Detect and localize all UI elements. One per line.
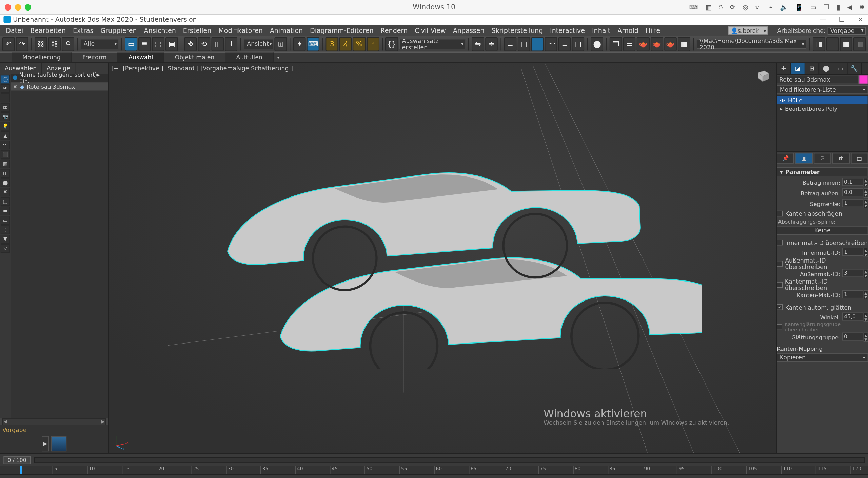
viewport[interactable]: [+] [Perspektive ] [Standard ] [Vorgabem… <box>109 63 776 453</box>
scene-filter-icon-8[interactable]: ⬛ <box>1 150 10 159</box>
material-editor-button[interactable]: ⬤ <box>591 37 604 51</box>
percent-snap-button[interactable]: % <box>353 37 366 51</box>
schematic-button[interactable]: ◫ <box>572 37 585 51</box>
display-icon[interactable]: ▭ <box>810 3 816 11</box>
unlink-button[interactable]: ⛓̸ <box>48 37 61 51</box>
menu-anpassen[interactable]: Anpassen <box>449 27 488 35</box>
menu-arnold[interactable]: Arnold <box>614 27 642 35</box>
angle-spinner[interactable]: ▲▼ <box>863 312 868 322</box>
scale-button[interactable]: ◫ <box>212 37 224 51</box>
target-icon[interactable]: ◎ <box>743 3 748 11</box>
refcoord-dropdown[interactable]: Ansicht <box>244 39 274 49</box>
mirror-button[interactable]: ⇋ <box>472 37 484 51</box>
wifi-icon[interactable]: ᯤ <box>755 3 762 11</box>
outer-amount-spinner[interactable]: ▲▼ <box>863 188 868 198</box>
win-maximize-icon[interactable]: ☐ <box>837 16 846 24</box>
timeline-ruler[interactable]: 5101520253035404550556065707580859095100… <box>0 466 868 474</box>
mac-minimize-icon[interactable] <box>15 4 21 10</box>
render-setup-button[interactable]: 🗔 <box>610 37 622 51</box>
scene-filter-icon-2[interactable]: ⬚ <box>1 93 10 102</box>
align-button[interactable]: ≑ <box>485 37 498 51</box>
outer-matid-checkbox[interactable]: Außenmat.-ID überschreiben <box>777 259 868 268</box>
snap-toggle-button[interactable]: 3 <box>326 37 338 51</box>
menu-skripterstellung[interactable]: Skripterstellung <box>488 27 547 35</box>
track-slot[interactable] <box>51 436 66 451</box>
override-sg-checkbox[interactable]: Kantenglättungsgrupe überschreiben <box>777 323 868 331</box>
modifier-list-dropdown[interactable]: Modifikatoren-Liste <box>777 85 868 94</box>
win-minimize-icon[interactable]: — <box>818 16 827 24</box>
scene-filter-icon-16[interactable]: ⋮ <box>1 225 10 234</box>
win-close-icon[interactable]: ✕ <box>856 16 865 24</box>
gear-icon[interactable]: ✱ <box>859 3 865 11</box>
grid-icon[interactable]: ▦ <box>706 3 712 11</box>
ribbon-tab-auffüllen[interactable]: Auffüllen <box>225 53 273 63</box>
make-unique-button[interactable]: ⎘ <box>814 153 831 164</box>
selection-set-dropdown[interactable]: Auswahlsatz erstellen <box>399 39 466 49</box>
select-rect-button[interactable]: ⬚ <box>152 37 164 51</box>
scene-filter-icon-12[interactable]: 👁 <box>1 188 10 196</box>
scene-scrollbar[interactable]: ◀ ▶ <box>2 418 106 425</box>
phone-icon[interactable]: 📱 <box>795 3 803 11</box>
scene-filter-icon-17[interactable]: ▼ <box>1 235 10 244</box>
scene-filter-icon-11[interactable]: ⬤ <box>1 178 10 187</box>
menu-interactive[interactable]: Interactive <box>547 27 589 35</box>
scene-filter-icon-10[interactable]: ▥ <box>1 169 10 178</box>
scene-filter-icon-6[interactable]: ▲ <box>1 131 10 140</box>
menu-bearbeiten[interactable]: Bearbeiten <box>27 27 70 35</box>
visibility-icon[interactable]: 👁 <box>13 84 18 89</box>
mac-close-icon[interactable] <box>5 4 11 10</box>
inner-matid-checkbox[interactable]: Innenmat.-ID überschreiben <box>777 238 868 246</box>
outer-amount-input[interactable] <box>842 188 863 196</box>
workspace-btn1[interactable]: ▥ <box>813 37 825 51</box>
render-teapot1-button[interactable]: 🫖 <box>637 37 649 51</box>
project-path-dropdown[interactable]: \\Mac\Home\Documents\3ds Max 2020 <box>696 39 806 49</box>
place-button[interactable]: ⤓ <box>225 37 238 51</box>
scene-filter-icon-3[interactable]: ▦ <box>1 103 10 112</box>
modifier-stack[interactable]: 👁Hülle ▸Bearbeitbares Poly <box>777 95 868 152</box>
rotate-button[interactable]: ⟲ <box>198 37 211 51</box>
workspace-btn4[interactable]: ▥ <box>853 37 866 51</box>
sync-icon[interactable]: ⟳ <box>730 3 735 11</box>
select-name-button[interactable]: ≣ <box>138 37 151 51</box>
scene-filter-icon-9[interactable]: ▨ <box>1 160 10 168</box>
autosmooth-checkbox[interactable]: ✓Kanten autom. glätten <box>777 303 868 311</box>
undo-button[interactable]: ↶ <box>2 37 15 51</box>
ribbon-tab-auswahl[interactable]: Auswahl <box>118 53 164 63</box>
ribbon-dropdown-icon[interactable]: ▾ <box>274 55 283 60</box>
bevel-edges-checkbox[interactable]: Kanten abschrägen <box>777 209 868 217</box>
modify-tab-icon[interactable]: ◪ <box>791 63 805 74</box>
display-tab-icon[interactable]: ▭ <box>833 63 848 74</box>
edge-mapping-dropdown[interactable]: Kopieren <box>777 353 868 362</box>
object-color-swatch[interactable] <box>859 75 868 84</box>
select-window-button[interactable]: ▣ <box>165 37 178 51</box>
select-object-button[interactable]: ▭ <box>125 37 137 51</box>
workspace-btn2[interactable]: ▥ <box>826 37 839 51</box>
menu-hilfe[interactable]: Hilfe <box>642 27 664 35</box>
create-tab-icon[interactable]: ✚ <box>777 63 791 74</box>
pivot-button[interactable]: ⊞ <box>275 37 287 51</box>
keyboard-icon[interactable]: ⌨ <box>689 3 699 11</box>
render-teapot3-button[interactable]: 🫖 <box>664 37 677 51</box>
selection-filter-dropdown[interactable]: Alle <box>81 39 118 49</box>
edge-matid-checkbox[interactable]: Kantenmat.-ID überschreiben <box>777 281 868 289</box>
angle-snap-button[interactable]: ∡ <box>339 37 352 51</box>
menu-rendern[interactable]: Rendern <box>377 27 411 35</box>
render-teapot4-button[interactable]: ▦ <box>678 37 690 51</box>
scene-header[interactable]: Name (aufsteigend sortiert)▸ Ein. <box>11 74 108 82</box>
stack-item-epoly[interactable]: ▸Bearbeitbares Poly <box>777 104 868 112</box>
scene-preset-label[interactable]: Vorgabe <box>0 425 108 434</box>
menu-diagramm-editoren[interactable]: Diagramm-Editoren <box>307 27 377 35</box>
mac-zoom-icon[interactable] <box>25 4 31 10</box>
link-button[interactable]: ⛓ <box>35 37 47 51</box>
configure-sets-button[interactable]: ▤ <box>851 153 868 164</box>
segments-spinner[interactable]: ▲▼ <box>863 199 868 208</box>
scene-filter-icon-1[interactable]: 👁 <box>1 84 10 93</box>
layer-explorer-button[interactable]: ≡ <box>504 37 517 51</box>
bt-icon[interactable]: ⌁ <box>769 3 773 11</box>
ribbon-tab-objekt malen[interactable]: Objekt malen <box>164 53 225 63</box>
ribbon-tab-freiform[interactable]: Freiform <box>72 53 118 63</box>
menu-inhalt[interactable]: Inhalt <box>588 27 614 35</box>
ribbon-tab-modellierung[interactable]: Modellierung <box>12 53 72 63</box>
timeline-handle-icon[interactable] <box>20 466 22 474</box>
toggle-explorer-button[interactable]: ▤ <box>518 37 530 51</box>
